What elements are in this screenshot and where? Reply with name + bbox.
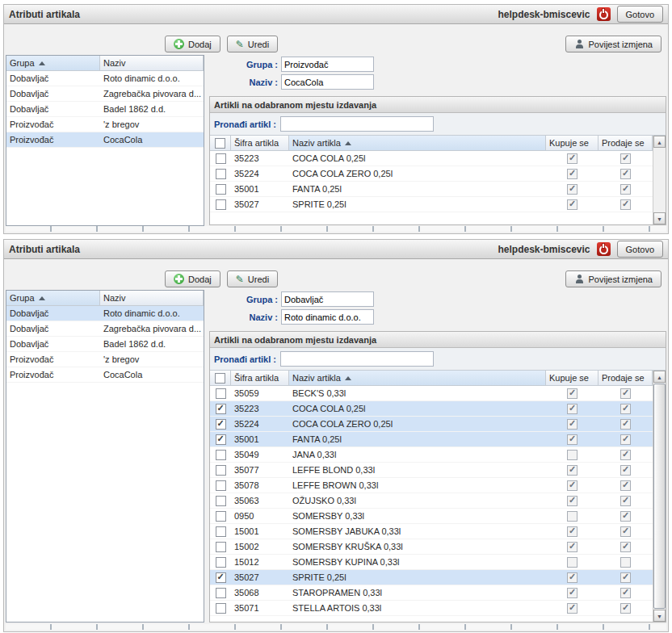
row-select-checkbox[interactable] bbox=[216, 465, 226, 476]
column-header-prodaje-label: Prodaje se bbox=[602, 373, 645, 383]
column-header-grupa[interactable]: Grupa bbox=[6, 291, 100, 306]
add-button[interactable]: Dodaj bbox=[165, 36, 220, 52]
scrollbar-thumb[interactable] bbox=[653, 384, 666, 609]
row-select-checkbox[interactable] bbox=[216, 496, 226, 506]
row-select-checkbox[interactable] bbox=[216, 511, 226, 522]
article-row[interactable]: 35224 COCA COLA ZERO 0,25l bbox=[210, 417, 653, 432]
group-row[interactable]: Proizvođač 'z bregov bbox=[6, 352, 204, 367]
group-cell-grupa: Dobavljač bbox=[6, 86, 100, 101]
column-header-prodaje-se[interactable]: Prodaje se bbox=[598, 371, 653, 386]
article-row[interactable]: 35001 FANTA 0,25l bbox=[210, 432, 653, 447]
column-header-sifra-artikla[interactable]: Šifra artikla bbox=[231, 371, 289, 386]
row-select-checkbox[interactable] bbox=[216, 588, 226, 598]
logout-power-icon[interactable] bbox=[597, 7, 611, 21]
article-row[interactable]: 15001 SOMERSBY JABUKA 0,33l bbox=[210, 524, 653, 539]
horizontal-scrollbar[interactable] bbox=[6, 624, 666, 630]
scroll-up-icon[interactable] bbox=[653, 136, 666, 148]
row-select-checkbox[interactable] bbox=[216, 419, 226, 430]
articles-grid: Šifra artikla Naziv artikla Kupuje se Pr… bbox=[210, 135, 666, 224]
grupa-input[interactable] bbox=[281, 291, 374, 307]
article-name: STELLA ARTOIS 0,33l bbox=[289, 601, 546, 615]
history-button[interactable]: Povijest izmjena bbox=[565, 36, 662, 52]
article-row[interactable]: 0950 SOMERSBY 0,33l bbox=[210, 509, 653, 524]
row-select-checkbox[interactable] bbox=[216, 603, 226, 614]
groups-grid-body: Dobavljač Roto dinamic d.o.o. Dobavljač … bbox=[6, 71, 204, 148]
article-row[interactable]: 35224 COCA COLA ZERO 0,25l bbox=[210, 166, 653, 182]
articles-grid: Šifra artikla Naziv artikla Kupuje se Pr… bbox=[210, 370, 666, 622]
history-button[interactable]: Povijest izmjena bbox=[565, 270, 662, 287]
article-row[interactable]: 35223 COCA COLA 0,25l bbox=[210, 151, 653, 166]
edit-button[interactable]: ✎ Uredi bbox=[227, 36, 278, 52]
article-row[interactable]: 35223 COCA COLA 0,25l bbox=[210, 401, 653, 417]
naziv-input[interactable] bbox=[281, 309, 374, 325]
group-row[interactable]: Proizvođač 'z bregov bbox=[6, 117, 204, 132]
group-row[interactable]: Proizvođač CocaCola bbox=[6, 367, 204, 383]
article-kupuje-cell bbox=[546, 509, 598, 523]
article-row[interactable]: 35068 STAROPRAMEN 0,33l bbox=[210, 585, 653, 601]
column-header-kupuje-se[interactable]: Kupuje se bbox=[546, 371, 598, 386]
group-row[interactable]: Dobavljač Roto dinamic d.o.o. bbox=[6, 71, 204, 86]
article-row[interactable]: 15002 SOMERSBY KRUŠKA 0,33l bbox=[210, 539, 653, 555]
article-row[interactable]: 35071 STELLA ARTOIS 0,33l bbox=[210, 601, 653, 616]
column-header-sifra-artikla[interactable]: Šifra artikla bbox=[231, 136, 289, 151]
article-name: SOMERSBY 0,33l bbox=[289, 509, 546, 523]
scroll-down-icon[interactable] bbox=[653, 610, 666, 622]
scroll-down-icon[interactable] bbox=[653, 212, 666, 224]
logout-power-icon[interactable] bbox=[597, 242, 611, 256]
select-all-checkbox[interactable] bbox=[215, 138, 225, 149]
article-row[interactable]: 35027 SPRITE 0,25l bbox=[210, 197, 653, 212]
add-button[interactable]: Dodaj bbox=[165, 270, 220, 287]
grupa-input[interactable] bbox=[281, 57, 374, 72]
column-header-naziv[interactable]: Naziv bbox=[100, 56, 204, 71]
vertical-scrollbar[interactable] bbox=[653, 136, 666, 224]
article-row[interactable]: 35059 BECK'S 0,33l bbox=[210, 386, 653, 401]
row-select-checkbox[interactable] bbox=[216, 388, 226, 399]
group-row[interactable]: Dobavljač Roto dinamic d.o.o. bbox=[6, 306, 204, 321]
column-header-prodaje-se[interactable]: Prodaje se bbox=[598, 136, 653, 151]
row-select-checkbox[interactable] bbox=[216, 153, 226, 164]
article-search-input[interactable] bbox=[280, 116, 434, 132]
edit-button[interactable]: ✎ Uredi bbox=[227, 270, 278, 287]
column-header-naziv[interactable]: Naziv bbox=[100, 291, 204, 306]
horizontal-scrollbar[interactable] bbox=[6, 226, 666, 232]
attributes-window-bottom: Atributi artikala helpdesk-bmiscevic Got… bbox=[3, 239, 669, 632]
row-select-checkbox[interactable] bbox=[216, 404, 226, 414]
done-button[interactable]: Gotovo bbox=[617, 241, 663, 258]
group-cell-naziv: 'z bregov bbox=[100, 352, 204, 367]
vertical-scrollbar[interactable] bbox=[653, 371, 666, 622]
row-select-checkbox[interactable] bbox=[216, 542, 226, 552]
article-search-input[interactable] bbox=[280, 351, 434, 367]
column-header-naziv-artikla[interactable]: Naziv artikla bbox=[289, 136, 546, 151]
row-select-checkbox[interactable] bbox=[216, 169, 226, 179]
row-select-checkbox[interactable] bbox=[216, 526, 226, 537]
row-select-checkbox[interactable] bbox=[216, 184, 226, 195]
row-select-checkbox[interactable] bbox=[216, 450, 226, 460]
naziv-input[interactable] bbox=[281, 74, 374, 90]
group-row[interactable]: Dobavljač Zagrebačka pivovara d... bbox=[6, 321, 204, 337]
article-row[interactable]: 35049 JANA 0,33l bbox=[210, 447, 653, 463]
select-all-checkbox[interactable] bbox=[215, 373, 225, 384]
article-row[interactable]: 35001 FANTA 0,25l bbox=[210, 182, 653, 197]
group-row[interactable]: Dobavljač Zagrebačka pivovara d... bbox=[6, 86, 204, 102]
group-row[interactable]: Dobavljač Badel 1862 d.d. bbox=[6, 102, 204, 117]
article-kupuje-cell bbox=[546, 447, 598, 462]
history-button-label: Povijest izmjena bbox=[589, 40, 653, 49]
row-select-checkbox[interactable] bbox=[216, 434, 226, 445]
article-row[interactable]: 35077 LEFFE BLOND 0,33l bbox=[210, 463, 653, 478]
column-header-kupuje-se[interactable]: Kupuje se bbox=[546, 136, 598, 151]
column-header-grupa[interactable]: Grupa bbox=[6, 56, 100, 71]
article-row[interactable]: 35027 SPRITE 0,25l bbox=[210, 570, 653, 585]
article-row[interactable]: 35078 LEFFE BROWN 0,33l bbox=[210, 478, 653, 493]
group-row[interactable]: Proizvođač CocaCola bbox=[6, 132, 204, 148]
row-select-checkbox[interactable] bbox=[216, 572, 226, 583]
article-row[interactable]: 15012 SOMERSBY KUPINA 0,33l bbox=[210, 555, 653, 570]
done-button[interactable]: Gotovo bbox=[617, 6, 663, 23]
article-row[interactable]: 35063 OŽUJSKO 0,33l bbox=[210, 493, 653, 509]
scroll-up-icon[interactable] bbox=[653, 371, 666, 383]
article-name: STAROPRAMEN 0,33l bbox=[289, 585, 546, 600]
row-select-checkbox[interactable] bbox=[216, 557, 226, 568]
row-select-checkbox[interactable] bbox=[216, 199, 226, 210]
group-row[interactable]: Dobavljač Badel 1862 d.d. bbox=[6, 337, 204, 352]
column-header-naziv-artikla[interactable]: Naziv artikla bbox=[289, 371, 546, 386]
row-select-checkbox[interactable] bbox=[216, 480, 226, 491]
